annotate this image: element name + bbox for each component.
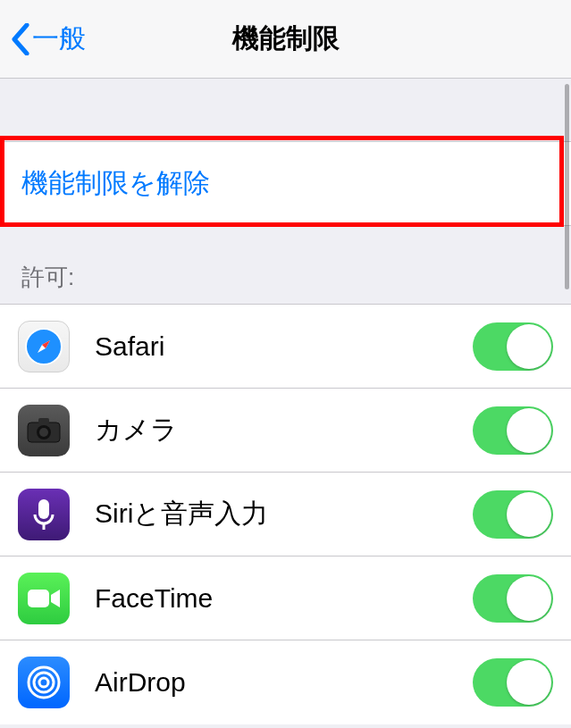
safari-icon <box>18 321 70 372</box>
svg-point-13 <box>34 673 54 692</box>
svg-point-7 <box>39 428 48 437</box>
allow-list: Safari カメラ Siriと音声入力 <box>0 304 571 724</box>
row-label: カメラ <box>70 412 473 448</box>
svg-rect-10 <box>28 590 49 607</box>
row-label: Safari <box>70 331 473 362</box>
list-item: Siriと音声入力 <box>0 473 571 556</box>
row-label: Siriと音声入力 <box>70 496 473 532</box>
back-button[interactable]: 一般 <box>0 21 86 57</box>
chevron-left-icon <box>11 23 30 55</box>
svg-marker-11 <box>51 590 60 607</box>
toggle-camera[interactable] <box>473 406 553 455</box>
siri-icon <box>18 489 70 540</box>
list-item: AirDrop <box>0 640 571 724</box>
svg-point-12 <box>39 678 48 687</box>
back-label: 一般 <box>32 21 86 57</box>
facetime-icon <box>18 573 70 624</box>
spacer <box>0 79 571 141</box>
camera-icon <box>18 405 70 456</box>
action-label: 機能制限を解除 <box>21 168 210 197</box>
toggle-siri[interactable] <box>473 490 553 539</box>
list-item: FaceTime <box>0 556 571 640</box>
airdrop-icon <box>18 657 70 708</box>
row-label: AirDrop <box>70 667 473 698</box>
list-item: Safari <box>0 305 571 389</box>
nav-header: 一般 機能制限 <box>0 0 571 79</box>
svg-rect-5 <box>38 418 49 424</box>
section-header-allow: 許可: <box>0 226 571 304</box>
toggle-facetime[interactable] <box>473 574 553 623</box>
toggle-safari[interactable] <box>473 322 553 371</box>
row-label: FaceTime <box>70 583 473 614</box>
scrollbar[interactable] <box>565 84 569 289</box>
list-item: カメラ <box>0 389 571 473</box>
disable-restrictions-button[interactable]: 機能制限を解除 <box>0 141 571 226</box>
svg-rect-8 <box>38 499 49 519</box>
toggle-airdrop[interactable] <box>473 658 553 707</box>
